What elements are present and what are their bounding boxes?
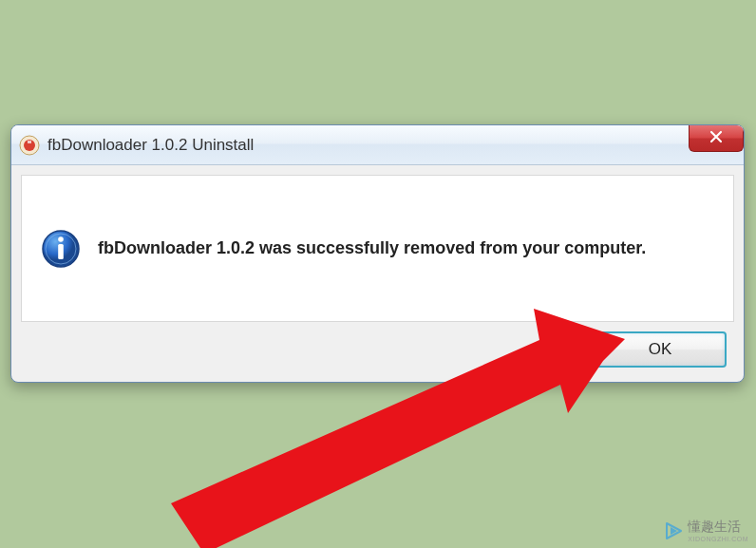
svg-rect-2 [28, 141, 31, 143]
window-title: fbDownloader 1.0.2 Uninstall [47, 136, 736, 155]
play-icon [663, 520, 684, 541]
info-icon [41, 229, 81, 269]
app-icon [19, 135, 40, 156]
watermark: 懂趣生活 XIDONGZHI.COM [663, 519, 748, 542]
close-button[interactable] [689, 125, 744, 152]
button-row: OK [11, 331, 744, 379]
titlebar[interactable]: fbDownloader 1.0.2 Uninstall [11, 125, 744, 165]
ok-button[interactable]: OK [594, 331, 727, 368]
svg-point-5 [58, 236, 64, 242]
dialog-body: fbDownloader 1.0.2 was successfully remo… [21, 175, 734, 322]
watermark-text: 懂趣生活 [688, 519, 748, 536]
uninstall-dialog: fbDownloader 1.0.2 Uninstall [10, 124, 745, 383]
svg-rect-6 [58, 244, 64, 259]
watermark-sub: XIDONGZHI.COM [688, 536, 748, 542]
close-icon [709, 129, 724, 148]
dialog-message: fbDownloader 1.0.2 was successfully remo… [98, 238, 646, 258]
